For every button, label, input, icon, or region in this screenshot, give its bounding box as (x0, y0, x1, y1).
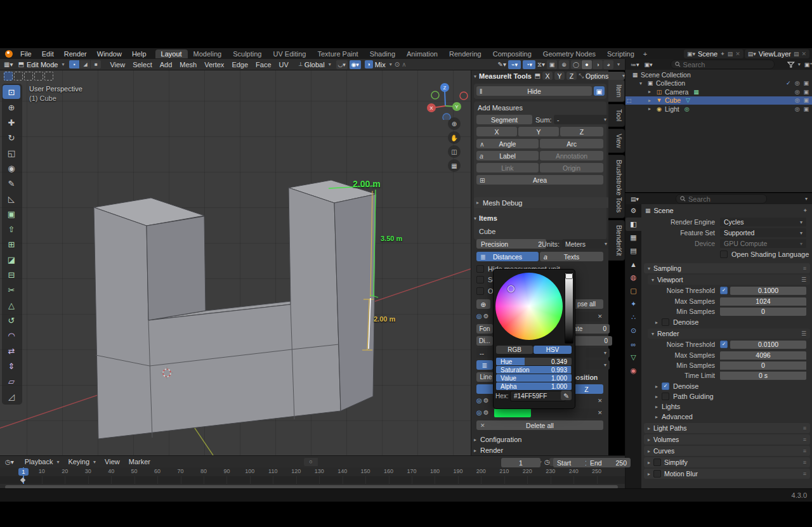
measure-tool[interactable]: ◺ (3, 192, 20, 205)
add-cube-tool[interactable]: ▣ (3, 207, 20, 221)
row-delete-icon[interactable]: ✕ (598, 398, 603, 404)
vp-max-samples-field[interactable]: 1024 (720, 297, 806, 306)
falloff-icon[interactable]: ⊙ (395, 61, 400, 68)
proportional-falloff-icon[interactable]: ◔▾ (523, 60, 535, 69)
viewport-menu-add[interactable]: Add (156, 61, 176, 68)
workspace-tab-uv-editing[interactable]: UV Editing (267, 49, 311, 58)
workspace-tab-modeling[interactable]: Modeling (188, 49, 228, 58)
picker-slider-value[interactable]: Value1.000 (496, 374, 572, 382)
rgb-tab[interactable]: RGB (496, 346, 533, 354)
workspace-tab-shading[interactable]: Shading (364, 49, 401, 58)
measure-delete-icon[interactable]: ✕ (598, 313, 603, 320)
sidebar-tab-item[interactable]: Item (608, 79, 625, 102)
advanced-row[interactable]: ▸Advanced (641, 412, 812, 422)
tab-data[interactable]: ▽ (625, 351, 641, 364)
hidden-dropdown-1[interactable]: ▾ (586, 348, 610, 358)
sampling-section-header[interactable]: ▾Sampling ≡ (644, 263, 810, 273)
swatch-delete-icon[interactable]: ✕ (598, 410, 603, 416)
vp-noise-field[interactable]: 0.1000 (730, 287, 806, 295)
mirror-y-button[interactable]: Y (554, 72, 565, 80)
measure-settings-icon[interactable]: ⚙ (483, 313, 489, 320)
select-intersect-icon[interactable] (44, 72, 53, 81)
current-frame-chip[interactable]: 1 (18, 468, 29, 476)
select-new-icon[interactable] (4, 72, 13, 81)
expand-arrow[interactable]: ▾ (639, 81, 646, 86)
r-noise-checkbox[interactable]: ✓ (720, 341, 728, 348)
mode-selector[interactable]: Edit Mode▾ (27, 61, 65, 68)
picker-slider-alpha[interactable]: Alpha1.000 (496, 382, 572, 390)
swatch-settings-icon[interactable]: ⚙ (483, 409, 489, 416)
expand-button[interactable]: ⊕ (476, 299, 490, 309)
outliner-row-camera[interactable]: ▸◫Camera▦◎▣ (625, 88, 812, 96)
workspace-tab-geometry-nodes[interactable]: Geometry Nodes (537, 49, 601, 58)
outliner-row-scene-collection[interactable]: ▦Scene Collection (625, 70, 812, 79)
xray-toggle-icon[interactable]: ⊕ (559, 60, 569, 69)
transform-tool[interactable]: ◉ (3, 161, 20, 175)
shrink-fatten-tool[interactable]: ⇕ (3, 359, 20, 373)
camera-view-icon[interactable]: ◫ (448, 145, 461, 158)
delete-all-button[interactable]: ✕ Delete all (476, 420, 603, 430)
viewport-menu-select[interactable]: Select (129, 61, 156, 68)
cam-toggle-icon[interactable]: ▣ (803, 80, 809, 86)
tab-constraints[interactable]: ∞ (625, 337, 641, 351)
feature-set-dropdown[interactable]: Supported▾ (720, 228, 806, 237)
link-button[interactable]: Link (476, 163, 539, 172)
eye-toggle-icon[interactable]: ◎ (795, 106, 800, 112)
end-frame-field[interactable]: End250 (586, 458, 631, 467)
select-extend-icon[interactable] (14, 72, 23, 81)
angle-button[interactable]: ∧ Angle (476, 139, 539, 148)
r-time-limit-field[interactable]: 0 s (720, 372, 806, 380)
edge-select-icon[interactable]: ◢ (80, 60, 90, 68)
items-panel-header[interactable]: ▾Items (474, 214, 497, 222)
override-checkbox[interactable] (476, 287, 484, 295)
proportional-editing-icon[interactable]: ◉▾ (350, 60, 361, 69)
arc-button[interactable]: Arc (540, 139, 603, 148)
filter-icon[interactable] (787, 62, 795, 68)
loop-cut-tool[interactable]: ⊟ (3, 268, 20, 282)
vp-noise-checkbox[interactable]: ✓ (720, 287, 728, 294)
select-subtract-icon[interactable] (24, 72, 33, 81)
texts-toggle[interactable]: a Texts (540, 252, 603, 261)
vp-min-samples-field[interactable]: 0 (720, 308, 806, 316)
scene-selector[interactable]: ▣▾ Scene ✦ ▤ ✕ (684, 49, 743, 58)
distances-toggle[interactable]: ≣ Distances (476, 252, 539, 261)
outliner-row-cube[interactable]: ⬚▸▼Cube▽◎▣ (625, 96, 812, 105)
timeline-ruler[interactable]: 1020304050607080901001101201301401501601… (0, 467, 625, 477)
preset-icon[interactable]: ≡ (803, 459, 806, 465)
sidebar-tab-brushstroke-tools[interactable]: Brushstroke Tools (608, 155, 625, 218)
editor-type-icon[interactable]: ▦▾ (4, 61, 13, 68)
origin-button[interactable]: Origin (540, 163, 603, 172)
eye-toggle-icon[interactable]: ◎ (795, 97, 800, 103)
sum-dropdown[interactable]: -▾ (554, 115, 610, 124)
render-measures-button[interactable]: ▣ (594, 86, 605, 96)
configuration-header[interactable]: ▸Configuration (474, 436, 521, 443)
units-dropdown[interactable]: Meters▾ (562, 239, 610, 249)
timeline-menu-keying[interactable]: Keying▾ (63, 458, 100, 465)
select-invert-icon[interactable] (34, 72, 43, 81)
viewport-menu-face[interactable]: Face (252, 61, 275, 68)
timeline-tracks[interactable] (0, 476, 625, 484)
device-dropdown[interactable]: GPU Compute▾ (720, 239, 806, 248)
viewlayer-copy-icon[interactable]: ▤ (794, 51, 799, 57)
material-shading-icon[interactable]: ◑ (593, 60, 603, 69)
tab-view-layer[interactable]: ▤ (625, 244, 641, 257)
measure-x-button[interactable]: X (476, 127, 517, 136)
align-icon-button[interactable]: ≣ (476, 360, 493, 370)
viewlayer-selector[interactable]: ▤▾ ViewLayer ▤ ✕ (745, 49, 809, 58)
outliner-filter-id-icon[interactable]: ▣▾ (645, 62, 653, 68)
cursor-tool[interactable]: ⊕ (3, 100, 20, 114)
measure-visible-icon[interactable]: ◎ (476, 313, 482, 320)
sidebar-tab-view[interactable]: View (608, 129, 625, 153)
shear-tool[interactable]: ▱ (3, 374, 20, 388)
eye-toggle-icon[interactable]: ◎ (795, 80, 800, 86)
tab-modifiers[interactable]: ✦ (625, 297, 641, 311)
preset-icon[interactable]: ☰ (801, 277, 806, 283)
eye-toggle-icon[interactable]: ◎ (795, 89, 800, 95)
eyedropper-button[interactable]: ✎ (561, 391, 572, 400)
check-toggle-icon[interactable]: ✓ (786, 80, 791, 86)
hide-unit-checkbox[interactable] (476, 265, 484, 273)
workspace-tab-layout[interactable]: Layout (155, 49, 188, 58)
r-denoise-row[interactable]: ▸✓ Denoise (641, 381, 812, 391)
shading-dropdown-icon[interactable]: ▾ (615, 62, 620, 67)
properties-search[interactable]: Search (676, 194, 767, 204)
